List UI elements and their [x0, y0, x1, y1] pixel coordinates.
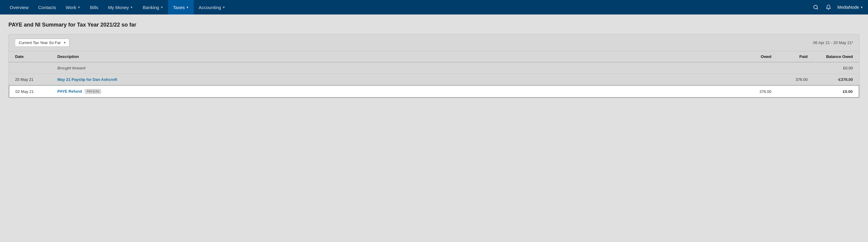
- svg-line-1: [817, 8, 818, 9]
- row1-date: [9, 62, 51, 74]
- row1-paid: [777, 62, 814, 74]
- nav-overview[interactable]: Overview: [5, 0, 33, 14]
- page-title: PAYE and NI Summary for Tax Year 2021/22…: [8, 22, 860, 28]
- date-range-dropdown[interactable]: Current Tax Year So Far ▼: [15, 39, 69, 47]
- nav-taxes[interactable]: Taxes ▼: [168, 0, 194, 14]
- row1-balance: £0.00: [814, 62, 859, 74]
- row1-description: Brought forward: [51, 62, 741, 74]
- row3-description: PAYE Refund PAYE/NI: [51, 85, 741, 97]
- filter-row: Current Tax Year So Far ▼ 06 Apr 21 - 20…: [9, 34, 859, 51]
- row3-date: 02 May 21: [9, 85, 51, 97]
- row2-paid: 376.00: [777, 74, 814, 86]
- nav-banking[interactable]: Banking ▼: [138, 0, 168, 14]
- nav-work[interactable]: Work ▼: [61, 0, 85, 14]
- my-money-chevron-icon: ▼: [130, 6, 133, 9]
- nav-right: MediaNode ▼: [812, 3, 863, 11]
- summary-card: Current Tax Year So Far ▼ 06 Apr 21 - 20…: [8, 34, 860, 98]
- header-date: Date: [9, 51, 51, 62]
- row3-paid: [777, 85, 814, 97]
- header-owed: Owed: [741, 51, 777, 62]
- nav-accounting[interactable]: Accounting ▼: [194, 0, 230, 14]
- search-icon[interactable]: [812, 3, 820, 11]
- table-row: 25 May 21 May 21 Payslip for Dan Ashcrof…: [9, 74, 859, 86]
- nav-bills[interactable]: Bills: [85, 0, 103, 14]
- row2-date: 25 May 21: [9, 74, 51, 86]
- taxes-chevron-icon: ▼: [186, 6, 189, 9]
- header-description: Description: [51, 51, 741, 62]
- work-chevron-icon: ▼: [77, 6, 80, 9]
- nav-contacts[interactable]: Contacts: [33, 0, 61, 14]
- navbar: Overview Contacts Work ▼ Bills My Money …: [0, 0, 868, 14]
- nav-items: Overview Contacts Work ▼ Bills My Money …: [5, 0, 812, 14]
- row3-balance: £0.00: [814, 85, 859, 97]
- header-balance-owed: Balance Owed: [814, 51, 859, 62]
- paye-refund-link[interactable]: PAYE Refund: [57, 89, 82, 94]
- nav-my-money[interactable]: My Money ▼: [103, 0, 138, 14]
- page-container: PAYE and NI Summary for Tax Year 2021/22…: [0, 14, 868, 242]
- table-row-highlighted: 02 May 21 PAYE Refund PAYE/NI 376.00 £0.…: [9, 85, 859, 97]
- dropdown-chevron-icon: ▼: [63, 41, 66, 44]
- notifications-icon[interactable]: [825, 3, 832, 11]
- row2-description: May 21 Payslip for Dan Ashcroft: [51, 74, 741, 86]
- row1-owed: [741, 62, 777, 74]
- banking-chevron-icon: ▼: [160, 6, 163, 9]
- row2-owed: [741, 74, 777, 86]
- header-paid: Paid: [777, 51, 814, 62]
- row2-balance: -£376.00: [814, 74, 859, 86]
- summary-table: Date Description Owed Paid Balance Owed …: [9, 51, 859, 98]
- table-row: Brought forward £0.00: [9, 62, 859, 74]
- payslip-link[interactable]: May 21 Payslip for Dan Ashcroft: [57, 77, 117, 82]
- table-header-row: Date Description Owed Paid Balance Owed: [9, 51, 859, 62]
- date-range-label: 06 Apr 21 - 20 May 21*: [813, 40, 853, 45]
- user-chevron-icon: ▼: [860, 6, 863, 9]
- paye-ni-badge: PAYE/NI: [85, 89, 101, 94]
- user-menu[interactable]: MediaNode ▼: [837, 5, 863, 10]
- row3-owed: 376.00: [741, 85, 777, 97]
- accounting-chevron-icon: ▼: [222, 6, 225, 9]
